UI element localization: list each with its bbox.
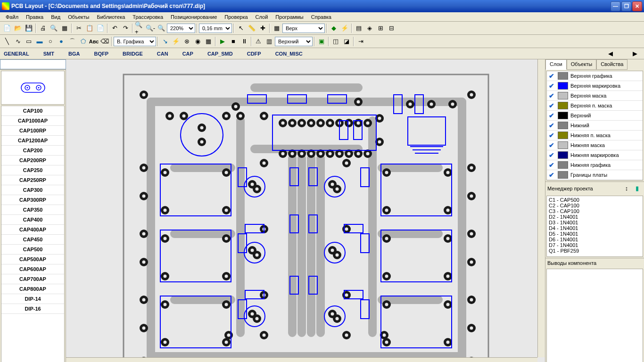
menu-layer[interactable]: Слой — [252, 13, 272, 21]
delete-icon[interactable]: ⌫ — [99, 36, 110, 47]
layer-color-swatch[interactable] — [558, 151, 568, 159]
layer-combo[interactable]: Верх — [282, 24, 325, 33]
zoom-out-icon[interactable]: 🔍- — [145, 23, 156, 33]
layer-row[interactable]: ✔Нижняя графика — [547, 160, 643, 170]
origin-icon[interactable]: ✚ — [257, 23, 268, 33]
layer-check-icon[interactable]: ✔ — [547, 91, 556, 100]
list-item[interactable]: CAP400 — [1, 215, 64, 225]
libtab-bga[interactable]: BGA — [68, 51, 80, 57]
layer-row[interactable]: ✔Верхняя маска — [547, 91, 643, 101]
libtab-can[interactable]: CAN — [157, 51, 168, 57]
project-item[interactable]: D7 - 1N4001 — [548, 242, 642, 248]
layer-row[interactable]: ✔Нижняя маркировка — [547, 150, 643, 160]
canvas-vscroll[interactable] — [537, 59, 545, 357]
list-item[interactable]: CAP300 — [1, 185, 64, 195]
layer-row[interactable]: ✔Нижняя п. маска — [547, 131, 643, 140]
proj-sort-icon[interactable]: ↕ — [621, 183, 632, 194]
project-item[interactable]: D4 - 1N4001 — [548, 225, 642, 231]
layer-row[interactable]: ✔Нижняя маска — [547, 140, 643, 150]
grid-icon[interactable]: ▦ — [272, 23, 282, 33]
project-item[interactable]: C2 - CAP100 — [548, 203, 642, 208]
drc-icon[interactable]: ◆ — [329, 23, 339, 33]
libtab-capsmd[interactable]: CAP_SMD — [207, 51, 233, 57]
tab-layers[interactable]: Слои — [545, 59, 567, 70]
list-item[interactable]: CAP1000AP — [1, 116, 64, 126]
layer-row[interactable]: ✔Нижний — [547, 121, 643, 131]
list-item[interactable]: CAP250RP — [1, 175, 64, 185]
list-item[interactable]: CAP350 — [1, 205, 64, 215]
libtab-general[interactable]: GENERAL — [4, 51, 29, 57]
project-item[interactable]: D6 - 1N4001 — [548, 237, 642, 242]
play-icon[interactable]: ▶ — [217, 36, 228, 47]
layer-color-swatch[interactable] — [558, 82, 568, 90]
layer-color-swatch[interactable] — [558, 161, 568, 169]
paste-icon[interactable]: 📄 — [95, 23, 106, 33]
rect-icon[interactable]: ▭ — [24, 36, 34, 47]
rect-fill-icon[interactable]: ▬ — [34, 36, 45, 47]
layer-check-icon[interactable]: ✔ — [547, 151, 556, 159]
polyline-icon[interactable]: ∿ — [13, 36, 23, 47]
cut-icon[interactable]: ✂ — [74, 23, 84, 33]
undo-icon[interactable]: ↶ — [109, 23, 120, 33]
drc2-icon[interactable]: ⚠ — [253, 36, 264, 47]
list-item[interactable]: CAP800AP — [1, 284, 64, 294]
project-item[interactable]: Q1 - PBF259 — [548, 248, 642, 254]
layer-mgr-icon[interactable]: ▤ — [354, 23, 364, 33]
layer-check-icon[interactable]: ✔ — [547, 111, 556, 120]
list-item[interactable]: CAP250 — [1, 165, 64, 175]
list-item[interactable]: CAP600AP — [1, 264, 64, 274]
layer-color-swatch[interactable] — [558, 132, 568, 139]
list-item[interactable]: CAP200 — [1, 146, 64, 156]
tool-a-icon[interactable]: ◫ — [330, 36, 341, 47]
layer-row[interactable]: ✔Верхняя п. маска — [547, 101, 643, 111]
layer-color-swatch[interactable] — [558, 92, 568, 99]
redo-icon[interactable]: ↷ — [120, 23, 131, 33]
project-item[interactable]: D5 - 1N4001 — [548, 231, 642, 237]
export-icon[interactable]: ⇥ — [355, 36, 366, 47]
project-item[interactable]: D3 - 1N4001 — [548, 220, 642, 225]
layer-check-icon[interactable]: ✔ — [547, 121, 556, 130]
pointer-icon[interactable]: ↖ — [236, 23, 246, 33]
list-item[interactable]: DIP-14 — [1, 294, 64, 304]
width-combo[interactable]: 0,16 mm — [199, 24, 232, 33]
route-icon[interactable]: ↘ — [160, 36, 170, 47]
list-item[interactable]: CAP700AP — [1, 274, 64, 284]
canvas-hscroll[interactable] — [66, 357, 537, 362]
copper-icon[interactable]: ▦ — [203, 36, 214, 47]
layer-check-icon[interactable]: ✔ — [547, 131, 556, 140]
list-item[interactable]: CAP1200AP — [1, 136, 64, 146]
libtab-cap[interactable]: CAP — [182, 51, 193, 57]
layer-color-swatch[interactable] — [558, 102, 568, 109]
table-icon[interactable]: ⊟ — [386, 23, 396, 33]
layer-check-icon[interactable]: ✔ — [547, 101, 556, 110]
libtab-bqfp[interactable]: BQFP — [94, 51, 108, 57]
layer-row[interactable]: ✔Верхняя маркировка — [547, 81, 643, 91]
menu-objects[interactable]: Объекты — [64, 13, 93, 21]
list-item[interactable]: CAP450 — [1, 235, 64, 245]
list-item[interactable]: CAP300RP — [1, 195, 64, 205]
list-item[interactable]: CAP500AP — [1, 255, 64, 264]
project-item[interactable]: C3 - CAP100 — [548, 208, 642, 214]
layer-color-swatch[interactable] — [558, 112, 568, 119]
maximize-button[interactable]: ❐ — [621, 1, 631, 11]
tab-next-icon[interactable]: ▶ — [630, 49, 640, 59]
minimize-button[interactable]: — — [611, 1, 620, 11]
ratsnest-icon[interactable]: ⊞ — [375, 23, 386, 33]
pause-icon[interactable]: ⏸ — [239, 36, 249, 47]
project-list[interactable]: C1 - CAP500C2 - CAP100C3 - CAP100D2 - 1N… — [546, 196, 643, 257]
save-icon[interactable]: 💾 — [24, 23, 34, 33]
panel-icon[interactable]: ▥ — [264, 36, 274, 47]
list-item[interactable]: CAP400AP — [1, 225, 64, 235]
list-item[interactable]: DIP-16 — [1, 304, 64, 314]
layer-row[interactable]: ✔Верхняя графика — [547, 71, 643, 81]
layer-color-swatch[interactable] — [558, 72, 568, 80]
menu-library[interactable]: Библиотека — [93, 13, 129, 21]
tool-b-icon[interactable]: ◪ — [341, 36, 352, 47]
menu-route[interactable]: Трассировка — [129, 13, 167, 21]
menu-programs[interactable]: Программы — [272, 13, 307, 21]
menu-help[interactable]: Справка — [307, 13, 335, 21]
close-button[interactable]: ✕ — [632, 1, 642, 11]
print-icon[interactable]: 🖨 — [38, 23, 48, 33]
zoom-in-icon[interactable]: 🔍+ — [134, 23, 145, 33]
list-item[interactable]: CAP100 — [1, 106, 64, 116]
